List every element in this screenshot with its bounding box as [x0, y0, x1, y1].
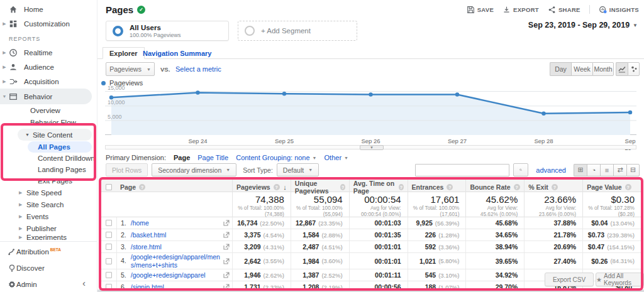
performance-view-icon[interactable]: ≡ — [600, 164, 613, 176]
open-page-icon[interactable] — [223, 284, 230, 288]
open-page-icon[interactable] — [223, 220, 230, 226]
add-segment-button[interactable]: + Add Segment — [238, 21, 357, 41]
table-view-icon[interactable]: ⊞ — [574, 164, 587, 176]
page-link[interactable]: /store.html — [131, 243, 162, 251]
sidebar-item-events[interactable]: ▶Events — [0, 210, 97, 222]
collapse-arrow-icon: ▼ — [0, 94, 9, 99]
save-button[interactable]: SAVE — [467, 6, 494, 14]
sidebar-item-acquisition[interactable]: ▶ Acquisition — [0, 74, 97, 89]
row-checkbox[interactable] — [106, 272, 112, 278]
chevron-down-icon: ▼ — [147, 67, 151, 72]
row-checkbox[interactable] — [106, 258, 112, 264]
row-checkbox[interactable] — [106, 232, 112, 238]
advanced-search-link[interactable]: advanced — [536, 166, 566, 174]
help-icon[interactable]: ? — [625, 184, 631, 190]
secondary-dimension-dropdown[interactable]: Secondary dimension▼ — [152, 163, 236, 176]
row-checkbox[interactable] — [106, 244, 112, 250]
page-link[interactable]: /google+redesign/apparel/mens/mens+t+shi… — [131, 253, 221, 269]
select-metric-link[interactable]: Select a metric — [175, 65, 221, 73]
sidebar-item-site-content[interactable]: ▼ Site Content — [18, 129, 92, 141]
tab-explorer[interactable]: Explorer — [103, 47, 145, 59]
sidebar-item-overview[interactable]: Overview — [0, 104, 97, 116]
page-link[interactable]: /home — [131, 219, 149, 227]
dimension-other[interactable]: Other▼ — [325, 154, 348, 161]
help-icon[interactable]: ? — [514, 184, 520, 190]
page-cell: 2. /basket.html — [116, 229, 232, 241]
sidebar-item-attribution[interactable]: Attribution BETA — [0, 244, 97, 260]
pivot-view-icon[interactable]: ⊟ — [626, 164, 640, 176]
share-icon — [548, 6, 556, 14]
open-page-icon[interactable] — [223, 244, 230, 250]
sidebar-item-publisher[interactable]: ▶Publisher — [0, 222, 97, 234]
entrances-cell: 9,925(56.39%) — [408, 217, 466, 229]
open-page-icon[interactable] — [223, 258, 230, 264]
export-csv-button[interactable]: Export CSV — [545, 273, 594, 286]
verified-check-icon: ✓ — [137, 6, 145, 14]
page-link[interactable]: /signin.html — [131, 283, 164, 288]
export-button[interactable]: EXPORT — [502, 6, 539, 14]
search-button[interactable] — [513, 163, 528, 176]
comparison-view-icon[interactable]: ⇄ — [613, 164, 626, 176]
sidebar-item-experiments[interactable]: ▶Experiments — [0, 234, 97, 240]
sidebar-item-all-pages[interactable]: All Pages — [28, 141, 92, 153]
page-cell: 5. /google+redesign/apparel — [116, 269, 232, 281]
report-title-text: Pages — [106, 4, 133, 15]
sidebar-item-landing-pages[interactable]: Landing Pages — [0, 164, 97, 175]
sidebar-item-audience[interactable]: ▶ Audience — [0, 60, 97, 74]
pageviews-cell: 16,734(22.50%) — [232, 217, 291, 229]
x-axis-tick-label: Sep 25 — [275, 138, 294, 144]
motion-chart-button[interactable] — [628, 62, 640, 76]
metric-dropdown[interactable]: Pageviews ▼ — [106, 62, 155, 76]
sidebar-item-home[interactable]: Home — [0, 2, 97, 16]
percentage-view-icon[interactable]: ◔ — [587, 164, 600, 176]
help-icon[interactable]: ? — [274, 184, 280, 190]
date-range-picker[interactable]: Sep 23, 2019 - Sep 29, 2019 ▼ — [528, 21, 638, 30]
totals-exit: 23.66%Avg for View: 23.66% (0.00%) — [524, 192, 582, 217]
page-value-cell: $0.04(13.04%) — [582, 217, 641, 229]
open-page-icon[interactable] — [223, 272, 230, 278]
sidebar-item-label: Landing Pages — [38, 166, 86, 173]
sidebar-item-realtime[interactable]: ▶ Realtime — [0, 45, 97, 60]
open-page-icon[interactable] — [223, 232, 230, 238]
tab-navigation-summary[interactable]: Navigation Summary — [143, 47, 211, 59]
sidebar-item-site-search[interactable]: ▶Site Search — [0, 198, 97, 210]
month-button[interactable]: Month — [592, 62, 614, 76]
segment-all-users[interactable]: All Users 100.00% Pageviews — [106, 21, 229, 41]
add-all-keywords-button[interactable]: ★Add All Keywords — [596, 273, 644, 286]
page-link[interactable]: /google+redesign/apparel — [131, 271, 206, 279]
sidebar-item-behavior[interactable]: ▼ Behavior — [0, 89, 92, 104]
page-link[interactable]: /basket.html — [131, 231, 167, 239]
totals-avg-time: 00:00:54Avg for View: 00:00:54 (0.00%) — [349, 192, 408, 217]
sidebar-item-site-speed[interactable]: ▶Site Speed — [0, 187, 97, 198]
sort-type-dropdown[interactable]: Default▼ — [277, 163, 319, 176]
plot-rows-button[interactable]: Plot Rows — [106, 163, 148, 176]
help-icon[interactable]: ? — [340, 184, 345, 190]
timeline-scrollbar[interactable]: ▼ — [105, 145, 636, 149]
dimension-page[interactable]: Page — [174, 154, 190, 161]
week-button[interactable]: Week — [571, 62, 592, 76]
sidebar-item-behavior-flow[interactable]: Behavior Flow — [0, 116, 97, 128]
line-chart-button[interactable] — [616, 62, 628, 76]
sidebar-item-exit-pages[interactable]: Exit Pages — [0, 175, 97, 187]
sidebar-item-customization[interactable]: ▶ Customization — [0, 16, 97, 31]
sidebar-item-label: Admin — [16, 281, 37, 288]
timeline-scrollbar-handle[interactable]: ▼ — [360, 145, 384, 150]
dimension-page-title[interactable]: Page Title — [197, 154, 228, 161]
share-button[interactable]: SHARE — [548, 6, 580, 14]
sidebar-collapse-button[interactable]: ‹ — [82, 278, 86, 288]
help-icon[interactable]: ? — [447, 184, 453, 190]
help-icon[interactable]: ? — [552, 184, 558, 190]
table-search-input[interactable] — [415, 164, 509, 176]
row-checkbox[interactable] — [106, 220, 112, 226]
insights-button[interactable]: INSIGHTS — [599, 6, 639, 14]
sidebar-item-content-drilldown[interactable]: Content Drilldown — [0, 153, 97, 164]
expand-arrow-icon: ▶ — [19, 214, 26, 219]
dimension-content-grouping[interactable]: Content Grouping: none▼ — [236, 154, 316, 161]
help-icon[interactable]: ? — [139, 184, 145, 190]
day-button[interactable]: Day — [550, 62, 571, 76]
select-all-checkbox[interactable] — [106, 184, 112, 190]
help-icon[interactable]: ? — [399, 184, 403, 190]
sidebar-item-discover[interactable]: Discover — [0, 260, 97, 276]
sort-type-label: Sort Type: — [243, 166, 273, 174]
row-checkbox[interactable] — [106, 284, 112, 288]
